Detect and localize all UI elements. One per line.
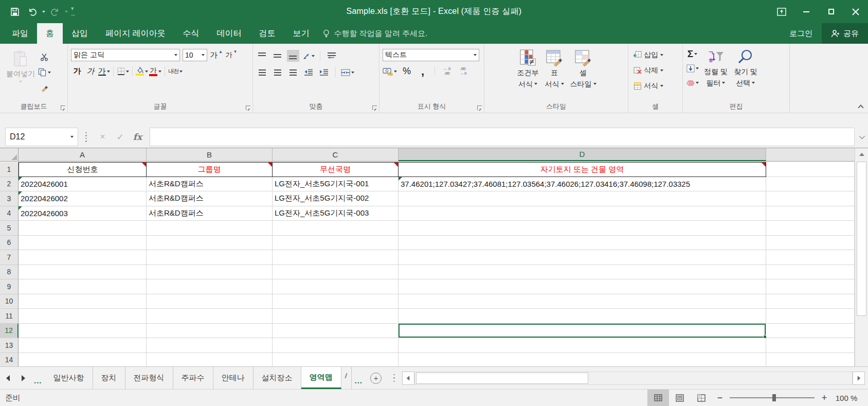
clear-button[interactable] [686,77,699,89]
cell[interactable] [19,309,147,324]
cell[interactable] [766,279,855,294]
underline-dropdown-icon[interactable] [107,70,110,73]
cancel-icon[interactable]: × [94,128,112,146]
format-painter-icon[interactable] [38,82,51,94]
expand-formula-bar-icon[interactable] [855,128,868,146]
sort-filter-dropdown-icon[interactable] [722,82,725,84]
underline-button[interactable]: 가 [98,65,110,77]
sheet-nav-next-icon[interactable] [15,367,31,389]
tab-review[interactable]: 검토 [250,23,284,44]
cell[interactable] [766,221,855,236]
select-all-corner[interactable] [0,148,19,161]
fill-dropdown-icon[interactable] [696,67,699,69]
cell[interactable] [399,338,766,353]
cell[interactable] [19,353,147,367]
cell-C2[interactable]: LG전자_서초5G기지국-001 [273,177,399,192]
maximize-button[interactable] [819,0,843,23]
cell[interactable] [19,265,147,280]
delete-cells-button[interactable]: 삭제 [631,64,665,77]
tab-home[interactable]: 홈 [37,23,63,44]
autosum-dropdown-icon[interactable] [694,53,697,55]
increase-indent-button[interactable] [318,66,330,78]
accounting-dropdown-icon[interactable] [394,70,397,73]
column-header-b[interactable]: B [147,148,273,161]
borders-button[interactable] [117,65,129,77]
scroll-left-icon[interactable] [402,372,414,385]
phonetic-button[interactable]: 내천 [168,65,183,77]
cell[interactable] [766,206,855,221]
cell[interactable] [766,265,855,280]
font-dialog-launcher-icon[interactable] [246,105,250,110]
cell-styles-button[interactable]: 셀 스타일 [567,47,600,91]
cell[interactable] [19,221,147,236]
align-left-button[interactable] [256,66,268,78]
font-size-combo[interactable]: 10 [183,49,207,61]
cell[interactable] [273,250,399,265]
cell[interactable] [766,177,855,192]
cell[interactable] [399,279,766,294]
insert-dropdown-icon[interactable] [660,54,663,56]
cell[interactable] [399,353,766,367]
normal-view-icon[interactable] [647,390,669,406]
format-table-dropdown-icon[interactable] [561,83,564,85]
increase-decimal-button[interactable]: ←.0.00 [441,65,453,77]
sheet-tab-general[interactable]: 일반사항 [45,367,93,389]
name-box-dropdown-icon[interactable] [70,136,74,138]
horizontal-scrollbar[interactable] [402,371,865,385]
merge-dropdown-icon[interactable] [351,72,354,74]
row-header-3[interactable]: 3 [0,191,19,206]
row-header-11[interactable]: 11 [0,309,19,324]
fill-color-button[interactable] [136,65,148,77]
zoom-level[interactable]: 100 % [832,394,868,402]
font-color-button[interactable]: 가 [149,65,161,77]
number-dialog-launcher-icon[interactable] [477,105,482,110]
cell[interactable] [399,250,766,265]
orientation-button[interactable] [302,50,315,62]
font-size-dropdown-icon[interactable] [202,54,205,56]
orientation-dropdown-icon[interactable] [312,55,315,57]
format-cells-button[interactable]: 서식 [631,80,665,92]
cell[interactable] [273,279,399,294]
cell-B1[interactable]: 그룹명 [147,162,273,177]
cell[interactable] [273,309,399,324]
fill-button[interactable] [686,62,699,74]
cell[interactable] [399,309,766,324]
format-dropdown-icon[interactable] [660,85,663,87]
row-header-6[interactable]: 6 [0,236,19,251]
cell[interactable] [19,324,147,339]
sheet-tab-frequency[interactable]: 주파수 [173,367,213,389]
find-select-dropdown-icon[interactable] [752,82,755,84]
cell[interactable] [147,236,273,251]
cell[interactable] [273,338,399,353]
cell[interactable] [147,221,273,236]
cell[interactable] [19,236,147,251]
insert-cells-button[interactable]: 삽입 [631,49,665,61]
cell-D1[interactable]: 자기토지 또는 건물 영역 [399,162,766,177]
cell[interactable] [273,324,399,339]
font-name-dropdown-icon[interactable] [174,54,177,56]
conditional-dropdown-icon[interactable] [534,83,537,85]
row-header-7[interactable]: 7 [0,250,19,265]
zoom-in-icon[interactable]: + [817,393,832,403]
zoom-out-icon[interactable]: − [712,393,728,403]
cell[interactable] [766,162,855,177]
column-header-d[interactable]: D [399,148,766,161]
column-header-c[interactable]: C [273,148,399,161]
scroll-right-icon[interactable] [853,372,865,385]
clipboard-dialog-launcher-icon[interactable] [61,105,65,110]
fill-color-dropdown-icon[interactable] [145,70,148,73]
vertical-scroll-thumb[interactable] [857,162,866,316]
row-header-14[interactable]: 14 [0,353,19,367]
tab-formulas[interactable]: 수식 [174,23,208,44]
cell[interactable] [766,236,855,251]
cell-D3[interactable] [399,191,766,206]
row-header-2[interactable]: 2 [0,177,19,192]
merge-center-button[interactable] [341,66,354,78]
cell[interactable] [766,294,855,309]
sort-filter-button[interactable]: ㄱㅎ 정렬 및 필터 [701,47,731,90]
grow-font-button[interactable]: 가▲ [210,49,223,61]
cell-A1[interactable]: 신청번호 [19,162,147,177]
cell[interactable] [19,294,147,309]
cell[interactable] [399,236,766,251]
share-button[interactable]: 공유 [822,23,868,44]
